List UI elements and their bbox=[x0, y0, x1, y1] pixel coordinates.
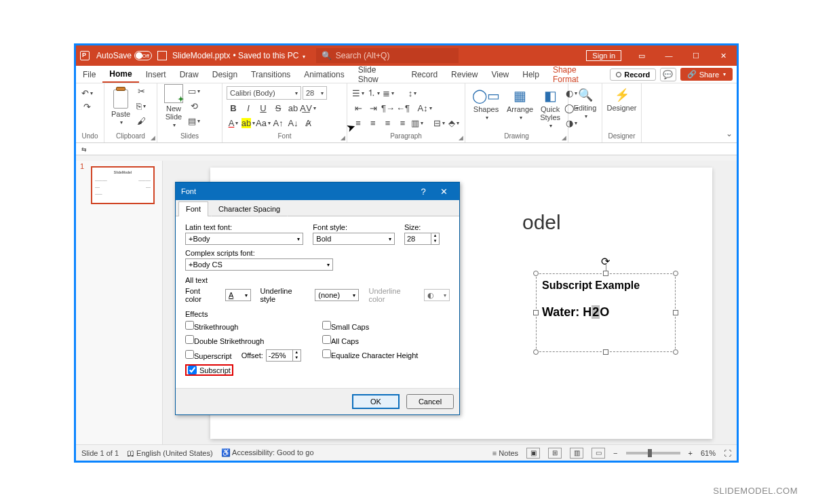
smartart-button[interactable]: ⬘▾ bbox=[447, 116, 461, 130]
strike-button[interactable]: S bbox=[271, 101, 285, 115]
qat-dropdown-icon[interactable]: ⇆ bbox=[81, 146, 87, 153]
latin-font-combo[interactable]: +Body▾ bbox=[185, 233, 303, 245]
slide-thumbnails[interactable]: 1 SlideModel ────────── ──── ─── bbox=[76, 161, 163, 444]
rotate-handle-icon[interactable]: ⟳ bbox=[601, 255, 610, 265]
resize-handle[interactable] bbox=[533, 349, 539, 355]
format-painter-button[interactable]: 🖌 bbox=[134, 114, 148, 128]
tab-help[interactable]: Help bbox=[516, 66, 546, 83]
font-name-combo[interactable]: Calibri (Body)▾ bbox=[227, 86, 301, 100]
tab-view[interactable]: View bbox=[484, 66, 516, 83]
reset-button[interactable]: ⟲ bbox=[187, 99, 201, 113]
font-color-button[interactable]: A▾ bbox=[227, 116, 240, 130]
tab-slideshow[interactable]: Slide Show bbox=[351, 66, 405, 83]
new-slide-button[interactable]: ✦ New Slide▾ bbox=[161, 83, 186, 130]
bullets-button[interactable]: ☰▾ bbox=[351, 86, 365, 100]
signin-button[interactable]: Sign in bbox=[586, 50, 621, 61]
char-spacing-button[interactable]: A͟V▾ bbox=[301, 101, 315, 115]
redo-button[interactable]: ↷ bbox=[80, 100, 94, 113]
zoom-in-button[interactable]: + bbox=[689, 449, 693, 457]
offset-spinner[interactable]: ▲▼ bbox=[266, 349, 301, 362]
tab-design[interactable]: Design bbox=[206, 66, 244, 83]
tab-shape-format[interactable]: Shape Format bbox=[546, 66, 610, 83]
highlight-button[interactable]: ab▾ bbox=[241, 116, 255, 130]
smallcaps-checkbox[interactable]: Small Caps bbox=[322, 321, 450, 331]
font-size-combo[interactable]: 28▾ bbox=[303, 86, 327, 100]
tab-draw[interactable]: Draw bbox=[173, 66, 206, 83]
notes-button[interactable]: ≡ Notes bbox=[492, 449, 518, 457]
section-button[interactable]: ▤▾ bbox=[187, 114, 201, 128]
rtl-button[interactable]: ←¶ bbox=[396, 101, 410, 115]
arrange-button[interactable]: ▦Arrange▾ bbox=[504, 86, 536, 122]
ok-button[interactable]: OK bbox=[352, 394, 400, 409]
decrease-indent-button[interactable]: ⇤ bbox=[351, 101, 365, 115]
accessibility-status[interactable]: ♿ Accessibility: Good to go bbox=[221, 448, 314, 457]
superscript-checkbox[interactable]: Superscript bbox=[185, 350, 232, 360]
collapse-ribbon-icon[interactable]: ⌄ bbox=[726, 129, 733, 138]
language-status[interactable]: 🕮 English (United States) bbox=[127, 449, 213, 457]
list-level-button[interactable]: ≣▾ bbox=[381, 86, 395, 100]
paste-button[interactable]: Paste▾ bbox=[109, 85, 133, 127]
zoom-out-button[interactable]: − bbox=[613, 449, 617, 457]
cancel-button[interactable]: Cancel bbox=[406, 394, 454, 409]
comments-button[interactable]: 💬 bbox=[660, 68, 676, 81]
italic-button[interactable]: I bbox=[241, 101, 255, 115]
fit-to-window-button[interactable]: ⛶ bbox=[724, 449, 731, 457]
resize-handle[interactable] bbox=[673, 271, 678, 276]
align-right-button[interactable]: ≡ bbox=[381, 116, 395, 130]
zoom-level[interactable]: 61% bbox=[701, 449, 716, 457]
search-box[interactable]: 🔍 Search (Alt+Q) bbox=[316, 48, 459, 63]
tab-record[interactable]: Record bbox=[404, 66, 444, 83]
font-style-combo[interactable]: Bold▾ bbox=[313, 233, 395, 245]
tab-transitions[interactable]: Transitions bbox=[244, 66, 297, 83]
underline-button[interactable]: U bbox=[256, 101, 270, 115]
increase-indent-button[interactable]: ⇥ bbox=[366, 101, 380, 115]
tab-file[interactable]: File bbox=[76, 66, 102, 83]
shrink-font-button[interactable]: A↓ bbox=[286, 116, 300, 130]
allcaps-checkbox[interactable]: All Caps bbox=[322, 335, 450, 345]
normal-view-button[interactable]: ▣ bbox=[526, 448, 540, 459]
resize-handle[interactable] bbox=[673, 310, 678, 315]
dialog-launcher-icon[interactable]: ◢ bbox=[341, 134, 345, 141]
textbox-content[interactable]: Subscript Example Water: H2O bbox=[537, 274, 675, 325]
subscript-checkbox[interactable]: Subscript bbox=[185, 364, 313, 376]
dialog-launcher-icon[interactable]: ◢ bbox=[562, 134, 566, 141]
columns-button[interactable]: ▥▾ bbox=[410, 116, 424, 130]
help-button[interactable]: ? bbox=[413, 187, 433, 197]
resize-handle[interactable] bbox=[603, 271, 608, 276]
shapes-button[interactable]: ◯▭Shapes▾ bbox=[469, 86, 503, 122]
designer-button[interactable]: ⚡Designer bbox=[606, 86, 637, 113]
dialog-launcher-icon[interactable]: ◢ bbox=[151, 134, 155, 141]
bold-button[interactable]: B bbox=[227, 101, 240, 115]
strikethrough-checkbox[interactable]: Strikethrough bbox=[185, 321, 313, 331]
copy-button[interactable]: ⎘▾ bbox=[134, 99, 148, 113]
resize-handle[interactable] bbox=[673, 349, 678, 355]
ltr-button[interactable]: ¶→ bbox=[381, 101, 395, 115]
underline-style-combo[interactable]: (none)▾ bbox=[315, 289, 359, 301]
minimize-button[interactable]: — bbox=[655, 45, 682, 66]
slide-thumbnail[interactable]: SlideModel ────────── ──── ─── bbox=[91, 166, 155, 204]
numbering-button[interactable]: ⒈▾ bbox=[366, 86, 380, 100]
share-button[interactable]: 🔗 Share ▾ bbox=[680, 68, 733, 81]
autosave-toggle[interactable]: AutoSave Off bbox=[96, 51, 152, 60]
tab-review[interactable]: Review bbox=[444, 66, 484, 83]
record-button[interactable]: Record bbox=[610, 69, 656, 81]
complex-font-combo[interactable]: +Body CS▾ bbox=[185, 258, 333, 271]
ribbon-options-icon[interactable]: ▭ bbox=[628, 45, 655, 66]
slide-counter[interactable]: Slide 1 of 1 bbox=[81, 449, 119, 457]
maximize-button[interactable]: ☐ bbox=[682, 45, 710, 66]
dialog-tab-charspacing[interactable]: Character Spacing bbox=[211, 201, 288, 216]
editing-button[interactable]: 🔍Editing▾ bbox=[573, 86, 598, 121]
dialog-titlebar[interactable]: Font ? ✕ bbox=[176, 182, 459, 200]
dialog-tab-font[interactable]: Font bbox=[178, 201, 208, 216]
quick-styles-button[interactable]: ◧Quick Styles▾ bbox=[537, 86, 563, 130]
shadow-button[interactable]: ab bbox=[286, 101, 300, 115]
double-strike-checkbox[interactable]: Double Strikethrough bbox=[185, 335, 313, 345]
undo-button[interactable]: ↶▾ bbox=[80, 86, 94, 100]
cut-button[interactable]: ✂ bbox=[134, 84, 148, 98]
save-icon[interactable] bbox=[157, 51, 167, 60]
sorter-view-button[interactable]: ⊞ bbox=[548, 448, 562, 459]
reading-view-button[interactable]: ▥ bbox=[570, 448, 583, 459]
justify-button[interactable]: ≡ bbox=[396, 116, 410, 130]
tab-home[interactable]: Home bbox=[102, 66, 138, 83]
equalize-checkbox[interactable]: Equalize Character Height bbox=[322, 349, 450, 360]
